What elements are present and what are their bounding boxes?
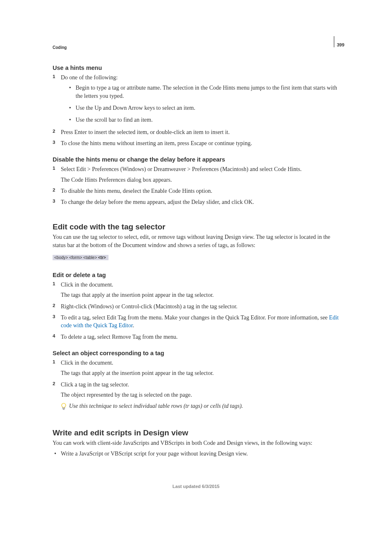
tag-bar-tags: <body> <form> <table> [54, 255, 97, 260]
lightbulb-icon [61, 403, 67, 412]
step-follow-text: The tags that apply at the insertion poi… [61, 291, 339, 299]
step-item: 2 Press Enter to insert the selected ite… [53, 128, 339, 136]
step-follow-text: The tags that apply at the insertion poi… [61, 369, 339, 377]
step-follow-text: The Code Hints Preferences dialog box ap… [61, 176, 339, 184]
step-number: 1 [53, 165, 55, 172]
heading-write-edit-scripts: Write and edit scripts in Design view [53, 428, 339, 437]
step-text: To delete a tag, select Remove Tag from … [61, 334, 178, 340]
step-text: Click in the document. [61, 282, 113, 288]
step-text: To disable the hints menu, deselect the … [61, 188, 212, 194]
step-item: 1 Click in the document. The tags that a… [53, 359, 339, 377]
step-text: Click a tag in the tag selector. [61, 382, 129, 388]
step-text: To edit a tag, select Edit Tag from the … [61, 314, 339, 328]
step-number: 3 [53, 314, 55, 320]
step-number: 4 [53, 333, 55, 340]
bullet-item: Begin to type a tag or attribute name. T… [69, 84, 339, 100]
bullet-item: Use the Up and Down Arrow keys to select… [69, 104, 339, 112]
step-number: 1 [53, 74, 55, 80]
step-text: To change the delay before the menu appe… [61, 199, 254, 205]
step-item: 2 Right-click (Windows) or Control-click… [53, 303, 339, 310]
tip-callout: Use this technique to select individual … [61, 402, 339, 412]
heading-edit-delete-tag: Edit or delete a tag [53, 272, 339, 278]
step-text: Press Enter to insert the selected item,… [61, 129, 230, 135]
heading-edit-code-tag-selector: Edit code with the tag selector [53, 222, 339, 231]
tag-bar-active: <tr> [98, 255, 106, 260]
step-item: 2 Click a tag in the tag selector. The o… [53, 381, 339, 399]
step-number: 2 [53, 128, 55, 135]
footer-last-updated: Last updated 6/3/2015 [53, 484, 339, 489]
step-number: 2 [53, 303, 55, 309]
step-item: 4 To delete a tag, select Remove Tag fro… [53, 333, 339, 341]
paragraph-tagselector-intro: You can use the tag selector to select, … [53, 233, 339, 249]
step-item: 1 Do one of the following: Begin to type… [53, 74, 339, 124]
svg-point-0 [62, 403, 66, 407]
step-item: 3 To close the hints menu without insert… [53, 139, 339, 147]
tag-selector-image: <body> <form> <table> <tr> [53, 255, 108, 260]
step-item: 1 Select Edit > Preferences (Windows) or… [53, 165, 339, 184]
step-text: Click in the document. [61, 360, 113, 366]
step-item: 2 To disable the hints menu, deselect th… [53, 187, 339, 195]
step-text: Do one of the following: [61, 74, 118, 81]
paragraph-scripts-intro: You can work with client-side JavaScript… [53, 439, 339, 447]
step-number: 1 [53, 359, 55, 365]
step-text: To close the hints menu without insertin… [61, 140, 252, 146]
step-number: 3 [53, 139, 55, 146]
step-number: 2 [53, 381, 55, 387]
breadcrumb: Coding [53, 45, 339, 50]
step-item: 3 To edit a tag, select Edit Tag from th… [53, 314, 339, 330]
step-number: 1 [53, 281, 55, 287]
bullet-item: Write a JavaScript or VBScript script fo… [53, 450, 339, 458]
step-text: Select Edit > Preferences (Windows) or D… [61, 166, 302, 172]
step-follow-text: The object represented by the tag is sel… [61, 391, 339, 399]
heading-use-hints-menu: Use a hints menu [53, 65, 339, 71]
step-number: 3 [53, 198, 55, 205]
step-text: Right-click (Windows) or Control-click (… [61, 303, 238, 310]
step-number: 2 [53, 187, 55, 194]
step-item: 1 Click in the document. The tags that a… [53, 281, 339, 299]
page-number: 399 [334, 36, 344, 47]
heading-disable-hints: Disable the hints menu or change the del… [53, 156, 339, 163]
bullet-item: Use the scroll bar to find an item. [69, 116, 339, 124]
tip-text: Use this technique to select individual … [69, 402, 243, 410]
heading-select-object: Select an object corresponding to a tag [53, 350, 339, 356]
step-item: 3 To change the delay before the menu ap… [53, 198, 339, 206]
